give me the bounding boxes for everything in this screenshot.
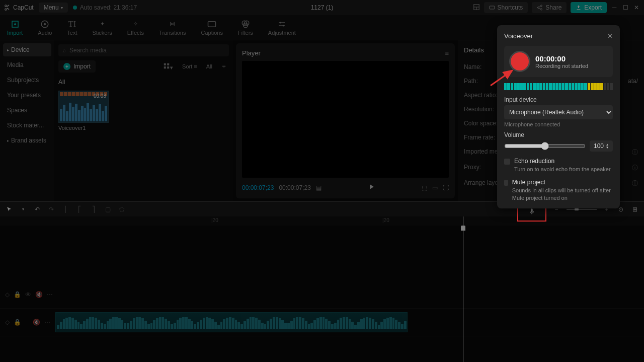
tab-import[interactable]: Import bbox=[4, 18, 26, 38]
clip-duration: 00:08 bbox=[94, 93, 106, 99]
undo-button[interactable]: ↶ bbox=[33, 205, 41, 213]
track-mute-icon[interactable]: 🔇 bbox=[33, 319, 40, 326]
delete-button[interactable]: ▢ bbox=[104, 205, 112, 213]
input-device-select[interactable]: Microphone (Realtek Audio) bbox=[504, 105, 613, 119]
echo-reduction-checkbox[interactable] bbox=[504, 159, 510, 165]
sort-button[interactable]: Sort ≡ bbox=[180, 62, 199, 70]
keyboard-icon bbox=[489, 5, 495, 11]
redo-button[interactable]: ↷ bbox=[47, 205, 55, 213]
trim-right-button[interactable]: ⎤ bbox=[90, 205, 98, 213]
import-media-button[interactable]: + Import bbox=[58, 60, 96, 73]
tab-adjustment[interactable]: Adjustment bbox=[265, 18, 299, 38]
record-button[interactable] bbox=[509, 51, 530, 72]
tab-audio[interactable]: Audio bbox=[35, 18, 55, 38]
timeline-ruler[interactable]: |20 |20 bbox=[0, 216, 644, 226]
close-modal-button[interactable]: ✕ bbox=[607, 32, 613, 40]
track-lock-icon[interactable]: 🔒 bbox=[14, 319, 21, 326]
timeline[interactable]: |20 |20 ◇ 🔒 👁 🔇 ⋯ ◇ 🔒 🔇 ⋯ bbox=[0, 216, 644, 362]
sidebar-item-spaces[interactable]: Spaces bbox=[3, 104, 51, 117]
track-more-icon[interactable]: ⋯ bbox=[44, 319, 50, 326]
track-lock-icon[interactable]: 🔒 bbox=[14, 291, 21, 298]
filter-all-button[interactable]: All bbox=[204, 62, 214, 70]
play-button[interactable] bbox=[367, 183, 375, 192]
project-title: 1127 (1) bbox=[311, 4, 334, 11]
svg-point-12 bbox=[283, 25, 284, 26]
player-menu-icon[interactable]: ≡ bbox=[445, 49, 449, 57]
menu-button[interactable]: Menu ▾ bbox=[39, 3, 68, 13]
audio-track[interactable]: ◇ 🔒 🔇 ⋯ bbox=[0, 309, 644, 336]
maximize-button[interactable]: ☐ bbox=[622, 4, 629, 11]
tab-captions[interactable]: Captions bbox=[198, 18, 225, 38]
info-icon[interactable]: ⓘ bbox=[632, 148, 638, 157]
app-logo: CapCut bbox=[4, 4, 34, 11]
shortcuts-button[interactable]: Shortcuts bbox=[484, 2, 528, 13]
split-button[interactable]: ⎮ bbox=[61, 205, 69, 213]
volume-label: Volume bbox=[504, 131, 613, 138]
fullscreen-icon[interactable]: ⛶ bbox=[443, 184, 449, 191]
crop-icon[interactable]: ⬚ bbox=[422, 184, 427, 191]
trim-left-button[interactable]: ⎡ bbox=[75, 205, 84, 213]
minimize-button[interactable]: ─ bbox=[611, 4, 618, 11]
media-clip-thumbnail[interactable]: 00:08 bbox=[58, 91, 109, 123]
video-track[interactable]: ◇ 🔒 👁 🔇 ⋯ bbox=[0, 281, 644, 309]
upload-icon bbox=[576, 5, 582, 11]
player-title: Player bbox=[242, 49, 261, 57]
track-more-icon[interactable]: ⋯ bbox=[47, 291, 53, 298]
chevron-right-icon: ▸ bbox=[7, 48, 9, 52]
search-input[interactable] bbox=[58, 44, 229, 56]
svg-rect-3 bbox=[490, 6, 495, 9]
info-icon[interactable]: ⓘ bbox=[632, 179, 638, 188]
sidebar-item-stock[interactable]: Stock mater... bbox=[3, 119, 51, 132]
pointer-dropdown[interactable]: ▾ bbox=[19, 205, 27, 213]
audio-clip[interactable] bbox=[55, 312, 408, 332]
record-timer: 00:00:00 bbox=[535, 54, 588, 63]
transitions-icon: ⋈ bbox=[168, 20, 177, 29]
view-grid-button[interactable]: ▾ bbox=[161, 61, 175, 72]
text-icon: TI bbox=[67, 20, 76, 29]
svg-rect-15 bbox=[164, 66, 166, 68]
mute-project-checkbox[interactable] bbox=[504, 180, 508, 186]
media-tab-all[interactable]: All bbox=[58, 77, 229, 88]
timeline-settings-button[interactable]: ⊞ bbox=[631, 205, 639, 213]
tab-effects[interactable]: ✧Effects bbox=[124, 18, 147, 38]
input-device-label: Input device bbox=[504, 96, 613, 103]
volume-slider[interactable] bbox=[504, 142, 586, 150]
tab-text[interactable]: TIText bbox=[64, 18, 80, 38]
sidebar-item-presets[interactable]: Your presets bbox=[3, 89, 51, 102]
tab-stickers[interactable]: ✦Stickers bbox=[90, 18, 115, 38]
mute-project-desc: Sounds in all clips will be turned off a… bbox=[512, 187, 613, 201]
info-icon[interactable]: ⓘ bbox=[632, 164, 638, 172]
close-window-button[interactable]: ✕ bbox=[633, 4, 640, 11]
sidebar-item-media[interactable]: Media bbox=[3, 58, 51, 71]
player-canvas[interactable] bbox=[242, 61, 449, 178]
adjustment-icon bbox=[277, 20, 286, 29]
tab-transitions[interactable]: ⋈Transitions bbox=[156, 18, 189, 38]
volume-value-box[interactable]: 100 ▲▼ bbox=[590, 140, 613, 152]
track-visibility-icon[interactable]: 👁 bbox=[25, 291, 31, 298]
player-panel: Player ≡ 00:00:07;23 00:00:07;23 ▤ ⬚ ▭ ⛶ bbox=[236, 43, 455, 198]
player-time-total: 00:00:07;23 bbox=[279, 184, 310, 191]
track-toggle-icon[interactable]: ◇ bbox=[5, 291, 10, 298]
mic-status: Microphone connected bbox=[504, 121, 613, 127]
pointer-tool[interactable] bbox=[5, 205, 13, 213]
player-list-icon[interactable]: ▤ bbox=[316, 184, 321, 191]
marker-button[interactable]: ⬠ bbox=[118, 205, 126, 213]
sidebar-item-subprojects[interactable]: Subprojects bbox=[3, 74, 51, 87]
clip-name: Voiceover1 bbox=[58, 125, 229, 131]
sidebar-item-brand[interactable]: ▸Brand assets bbox=[3, 134, 51, 147]
track-toggle-icon[interactable]: ◇ bbox=[5, 319, 10, 326]
layout-icon[interactable] bbox=[473, 4, 480, 12]
tab-filters[interactable]: Filters bbox=[235, 18, 256, 38]
echo-reduction-desc: Turn on to avoid echo from the speaker bbox=[514, 166, 611, 173]
filter-icon-button[interactable]: ⫧ bbox=[219, 62, 229, 70]
share-icon bbox=[537, 5, 543, 11]
search-icon: ⌕ bbox=[62, 47, 66, 54]
stepper-icon[interactable]: ▲▼ bbox=[606, 143, 609, 149]
autosave-status: Auto saved: 21:36:17 bbox=[73, 4, 137, 11]
sidebar-item-device[interactable]: ▸Device bbox=[3, 43, 51, 56]
export-button[interactable]: Export bbox=[571, 2, 607, 13]
share-button[interactable]: Share bbox=[532, 2, 567, 13]
playhead[interactable] bbox=[463, 216, 463, 362]
track-mute-icon[interactable]: 🔇 bbox=[35, 291, 43, 298]
ratio-icon[interactable]: ▭ bbox=[432, 184, 438, 191]
